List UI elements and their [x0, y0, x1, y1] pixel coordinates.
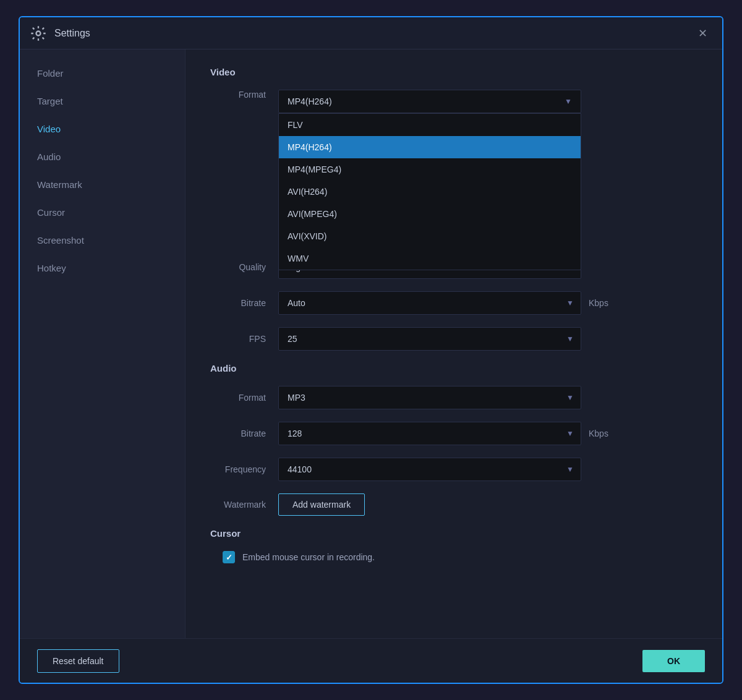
sidebar-item-video[interactable]: Video: [20, 115, 185, 143]
sidebar-item-cursor[interactable]: Cursor: [20, 198, 185, 226]
video-bitrate-select-wrapper: Auto: [278, 291, 581, 315]
format-select-display[interactable]: MP4(H264) ▼: [278, 90, 581, 113]
format-label: Format: [210, 90, 266, 100]
video-bitrate-row: Bitrate Auto Kbps: [210, 291, 697, 315]
format-select-container: MP4(H264) ▼ FLV MP4(H264) MP4(MPEG4) AVI…: [278, 90, 581, 113]
quality-label: Quality: [210, 262, 266, 272]
audio-format-select[interactable]: MP3: [278, 386, 581, 409]
audio-bitrate-select[interactable]: 128: [278, 422, 581, 445]
add-watermark-button[interactable]: Add watermark: [278, 493, 365, 516]
sidebar-item-hotkey[interactable]: Hotkey: [20, 254, 185, 282]
footer: Reset default OK: [20, 638, 722, 683]
settings-icon: [30, 25, 47, 42]
svg-point-0: [36, 31, 41, 35]
content-area: Folder Target Video Audio Watermark Curs…: [20, 49, 722, 638]
frequency-select[interactable]: 44100: [278, 458, 581, 481]
fps-label: FPS: [210, 334, 266, 344]
cursor-checkbox-row: Embed mouse cursor in recording.: [223, 551, 697, 563]
format-dropdown[interactable]: FLV MP4(H264) MP4(MPEG4) AVI(H264) AVI(M…: [278, 113, 581, 270]
frequency-label: Frequency: [210, 464, 266, 474]
sidebar-item-watermark[interactable]: Watermark: [20, 171, 185, 198]
watermark-label: Watermark: [210, 500, 266, 510]
close-button[interactable]: ✕: [693, 23, 712, 43]
dropdown-item-avih264[interactable]: AVI(H264): [279, 181, 581, 203]
format-row: Format MP4(H264) ▼ FLV MP4(H264) MP4(MPE…: [210, 90, 697, 113]
watermark-row: Watermark Add watermark: [210, 493, 697, 516]
sidebar: Folder Target Video Audio Watermark Curs…: [20, 49, 186, 638]
dropdown-item-wmv[interactable]: WMV: [279, 247, 581, 270]
format-dropdown-arrow: ▼: [565, 97, 572, 106]
sidebar-item-audio[interactable]: Audio: [20, 143, 185, 171]
cursor-checkbox[interactable]: [223, 551, 235, 563]
title-bar: Settings ✕: [20, 17, 722, 49]
audio-bitrate-select-wrapper: 128: [278, 422, 581, 445]
audio-bitrate-row: Bitrate 128 Kbps: [210, 422, 697, 445]
frequency-row: Frequency 44100: [210, 458, 697, 481]
fps-select-wrapper: 25: [278, 327, 581, 351]
audio-section-title: Audio: [210, 363, 697, 373]
cursor-checkbox-label: Embed mouse cursor in recording.: [242, 552, 375, 562]
audio-format-row: Format MP3: [210, 386, 697, 409]
ok-button[interactable]: OK: [642, 650, 705, 672]
video-bitrate-select[interactable]: Auto: [278, 291, 581, 315]
cursor-section-title: Cursor: [210, 528, 697, 539]
settings-window: Settings ✕ Folder Target Video Audio Wat…: [19, 16, 723, 684]
fps-select[interactable]: 25: [278, 327, 581, 351]
format-selected-value: MP4(H264): [288, 96, 332, 106]
dropdown-item-mp4mpeg4[interactable]: MP4(MPEG4): [279, 158, 581, 181]
fps-row: FPS 25: [210, 327, 697, 351]
cursor-section: Cursor Embed mouse cursor in recording.: [210, 528, 697, 563]
audio-format-select-wrapper: MP3: [278, 386, 581, 409]
dropdown-item-flv[interactable]: FLV: [279, 114, 581, 136]
frequency-select-wrapper: 44100: [278, 458, 581, 481]
audio-format-label: Format: [210, 393, 266, 403]
video-bitrate-unit: Kbps: [589, 298, 608, 308]
audio-bitrate-unit: Kbps: [589, 429, 608, 438]
sidebar-item-screenshot[interactable]: Screenshot: [20, 226, 185, 254]
sidebar-item-folder[interactable]: Folder: [20, 59, 185, 87]
dropdown-item-avimpeg4[interactable]: AVI(MPEG4): [279, 203, 581, 225]
reset-default-button[interactable]: Reset default: [37, 649, 119, 673]
audio-bitrate-label: Bitrate: [210, 429, 266, 438]
sidebar-item-target[interactable]: Target: [20, 87, 185, 115]
video-section-title: Video: [210, 67, 697, 77]
main-content: Video Format MP4(H264) ▼ FLV MP4(H264) M…: [186, 49, 722, 638]
audio-section: Audio Format MP3 Bitrate 128: [210, 363, 697, 481]
dropdown-item-mp4h264[interactable]: MP4(H264): [279, 136, 581, 158]
window-title: Settings: [54, 28, 693, 39]
video-bitrate-label: Bitrate: [210, 298, 266, 308]
dropdown-item-avixvid[interactable]: AVI(XVID): [279, 225, 581, 247]
